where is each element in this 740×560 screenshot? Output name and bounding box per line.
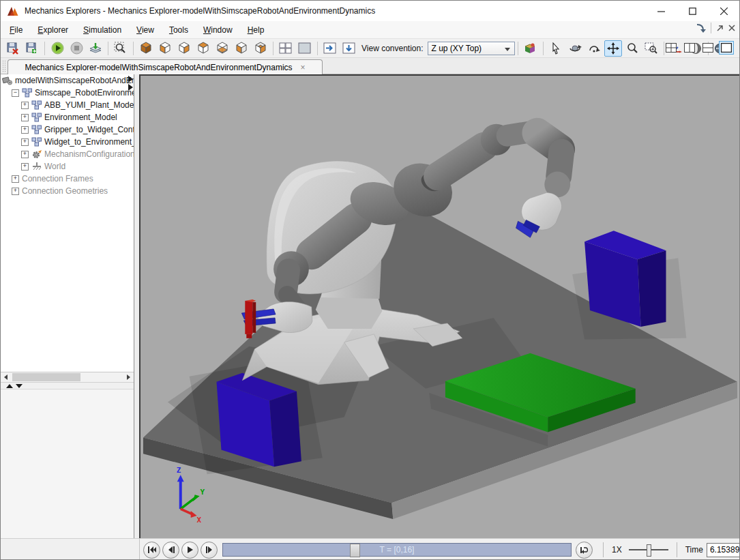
menu-separator [711, 23, 711, 33]
menu-explorer[interactable]: Explorer [30, 23, 76, 38]
layout-single-icon[interactable] [296, 40, 314, 57]
gear-icon [31, 149, 42, 159]
tree-item-widget-to-environment-contact[interactable]: +Widget_to_Environment_Contact [1, 136, 134, 148]
minimize-button[interactable] [645, 1, 677, 21]
export-frames-icon[interactable] [87, 40, 104, 57]
panel-splitter[interactable] [1, 383, 134, 389]
view-convention-dropdown[interactable]: Z up (XY Top) [428, 42, 515, 55]
close-panel-icon[interactable] [728, 25, 735, 31]
tree-toggle-icon[interactable]: + [21, 151, 29, 158]
tree-toggle-icon[interactable]: + [12, 175, 19, 183]
roll-icon[interactable] [585, 40, 603, 57]
subsystem-icon [31, 125, 42, 134]
toolbar-separator [317, 42, 318, 55]
save-model-icon[interactable] [23, 40, 41, 57]
tree-toggle-icon[interactable]: + [21, 163, 29, 171]
view-top-icon[interactable] [194, 40, 212, 57]
tree-item-environment-model[interactable]: +Environment_Model [1, 111, 134, 123]
tree-toggle-icon[interactable]: + [21, 126, 29, 134]
world-icon [31, 162, 42, 171]
save-explorer-icon[interactable] [4, 40, 22, 57]
tree-item-label: Connection Frames [22, 174, 93, 183]
scene-3d[interactable]: Z Y X [140, 76, 739, 538]
menu-window[interactable]: Window [196, 23, 240, 38]
menu-file[interactable]: File [2, 23, 30, 38]
dock-bottom-icon[interactable] [340, 40, 358, 57]
tab-grip[interactable] [2, 60, 6, 72]
collapse-right-icon[interactable] [128, 76, 133, 83]
visual-settings-icon[interactable] [522, 40, 539, 57]
view-front-icon[interactable] [156, 40, 174, 57]
tree-toggle-icon[interactable]: + [21, 114, 29, 121]
tab-mechanics-explorer[interactable]: Mechanics Explorer-modelWithSimscapeRobo… [8, 59, 323, 75]
tree-item-world[interactable]: +World [1, 160, 134, 173]
play-button[interactable] [181, 542, 198, 559]
undock-arrow-icon[interactable] [716, 25, 724, 32]
viewport-3d[interactable]: Z Y X [139, 74, 739, 538]
time-slider-thumb[interactable] [350, 544, 360, 557]
close-button[interactable] [708, 1, 739, 21]
tree-item-abb-yumi-plant-model[interactable]: +ABB_YUMI_Plant_Model [1, 99, 134, 111]
loop-button[interactable] [576, 542, 593, 559]
view-back-icon[interactable] [175, 40, 193, 57]
splitter-down-icon[interactable] [16, 384, 23, 388]
view-right-icon[interactable] [252, 40, 269, 57]
menu-simulation[interactable]: Simulation [76, 23, 129, 38]
scroll-left-icon[interactable] [1, 372, 11, 382]
speed-slider-thumb[interactable] [647, 544, 651, 557]
step-forward-button[interactable] [201, 542, 218, 559]
tree-toggle-icon[interactable]: + [21, 102, 29, 109]
select-icon[interactable] [547, 40, 565, 57]
pan-icon[interactable] [604, 40, 622, 57]
menu-view[interactable]: View [129, 23, 162, 38]
view-bottom-icon[interactable] [213, 40, 231, 57]
dock-right-icon[interactable] [321, 40, 339, 57]
orbit-icon[interactable] [566, 40, 584, 57]
play-icon[interactable] [48, 40, 66, 57]
panel-collapse-arrows[interactable] [128, 76, 133, 92]
layout-quad-icon[interactable] [277, 40, 295, 57]
tree-item-modelwithsimscaperobotandenvironmentdynamics[interactable]: modelWithSimscapeRobotAndEnvironmentDyna… [1, 74, 134, 87]
panes-quad-icon[interactable] [664, 41, 679, 55]
zoom-region-icon[interactable] [642, 40, 660, 57]
tree-toggle-icon[interactable]: + [12, 188, 19, 195]
panes-hsplit-icon[interactable] [700, 41, 715, 55]
panes-vsplit-icon[interactable] [682, 41, 697, 55]
step-back-button[interactable] [162, 542, 179, 559]
tree-item-simscape-robotenvironment[interactable]: −Simscape_RobotEnvironment [1, 87, 134, 99]
collapse-right-icon[interactable] [128, 84, 133, 91]
triad-z-label: Z [177, 466, 181, 475]
rewind-button[interactable] [143, 542, 160, 559]
tree-toggle-icon[interactable]: − [12, 89, 19, 97]
tree-horizontal-scrollbar[interactable] [1, 372, 134, 383]
scroll-right-icon[interactable] [123, 372, 134, 382]
tree-item-label: MechanismConfiguration [44, 149, 134, 159]
tree-item-label: Simscape_RobotEnvironment [35, 88, 134, 98]
splitter-up-icon[interactable] [6, 384, 13, 388]
tree-item-gripper-to-widget-contact[interactable]: +Gripper_to_Widget_Contact [1, 123, 134, 136]
scrollbar-thumb[interactable] [12, 373, 80, 381]
tree-toggle-icon[interactable]: + [21, 138, 29, 146]
speed-slider[interactable] [629, 544, 668, 556]
zoom-icon[interactable] [623, 40, 641, 57]
time-input[interactable] [707, 543, 740, 557]
menu-tools[interactable]: Tools [162, 23, 196, 38]
dock-arrow-icon[interactable] [695, 23, 706, 33]
panel-divider[interactable] [134, 74, 139, 538]
time-label: Time [685, 545, 703, 555]
triad-y-label: Y [201, 488, 205, 497]
menu-help[interactable]: Help [240, 23, 272, 38]
tree-item-connection-frames[interactable]: +Connection Frames [1, 173, 134, 185]
tree-item-label: Environment_Model [44, 113, 117, 122]
maximize-button[interactable] [677, 1, 708, 21]
window-title: Mechanics Explorers - Mechanics Explorer… [25, 6, 375, 16]
panes-single-icon[interactable] [719, 41, 734, 55]
tree-item-connection-geometries[interactable]: +Connection Geometries [1, 185, 134, 197]
zoom-fit-icon[interactable] [112, 40, 130, 57]
time-slider[interactable]: T = [0,16] [222, 543, 572, 557]
tab-close-icon[interactable]: × [301, 63, 306, 72]
stop-icon[interactable] [68, 40, 85, 57]
tree-item-mechanismconfiguration[interactable]: +MechanismConfiguration [1, 148, 134, 160]
view-iso-icon[interactable] [137, 40, 155, 57]
view-left-icon[interactable] [233, 40, 250, 57]
